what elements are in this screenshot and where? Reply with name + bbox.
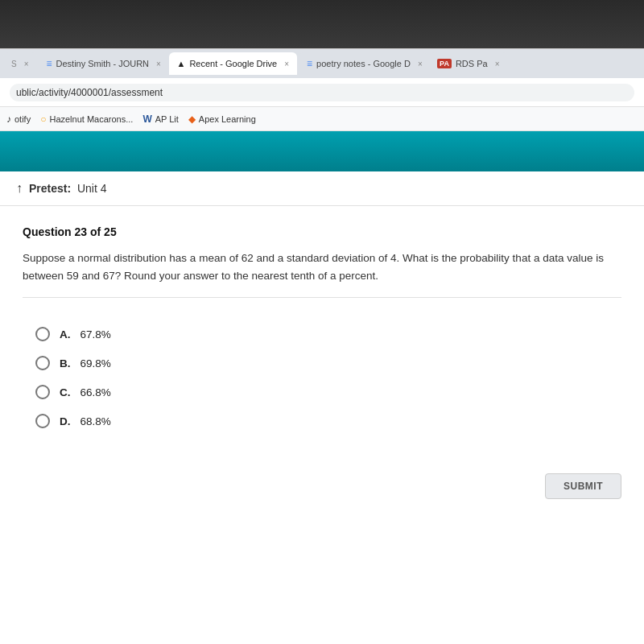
address-bar: [0, 78, 644, 107]
tab-drive-close[interactable]: ×: [284, 60, 289, 68]
option-a-value: 67.8%: [80, 328, 111, 341]
submit-button[interactable]: SUBMIT: [545, 473, 621, 499]
pa-icon: PA: [437, 59, 452, 68]
docs-icon: ≡: [47, 58, 52, 69]
tab-destiny[interactable]: ≡ Destiny Smith - JOURN ×: [39, 52, 167, 75]
address-input[interactable]: [10, 84, 634, 101]
bookmark-apex[interactable]: ◆ Apex Learning: [188, 114, 256, 125]
bookmark-hazelnut[interactable]: ○ Hazelnut Macarons...: [40, 114, 133, 125]
option-d[interactable]: D. 68.8%: [35, 414, 609, 428]
s-tab-icon: S: [11, 60, 17, 68]
tab-destiny-close[interactable]: ×: [156, 60, 161, 68]
tab-poetry[interactable]: ≡ poetry notes - Google D ×: [299, 52, 427, 75]
option-a-radio[interactable]: [35, 327, 50, 341]
apex-icon: ◆: [188, 114, 196, 125]
pretest-back-arrow[interactable]: ↑: [16, 181, 23, 196]
music-icon: ♪: [6, 114, 11, 125]
tab-drive-label: Recent - Google Drive: [189, 59, 277, 68]
option-c-radio[interactable]: [35, 385, 50, 399]
tab-rds-close[interactable]: ×: [495, 60, 500, 68]
pretest-title: Pretest: Unit 4: [29, 182, 107, 195]
bookmark-hazelnut-label: Hazelnut Macarons...: [49, 114, 133, 124]
option-b-radio[interactable]: [35, 356, 50, 370]
tab-rds-label: RDS Pa: [456, 59, 488, 68]
pretest-unit: Unit 4: [77, 182, 107, 195]
browser-chrome: S × ≡ Destiny Smith - JOURN × ▲ Recent -…: [0, 48, 644, 131]
tab-s[interactable]: S ×: [3, 52, 37, 75]
w-icon: W: [142, 114, 151, 125]
option-b-letter: B.: [60, 357, 71, 369]
option-b-value: 69.8%: [80, 357, 111, 369]
drive-icon: ▲: [177, 59, 186, 68]
option-c-letter: C.: [60, 386, 71, 398]
bookmark-ap-lit[interactable]: W AP Lit: [142, 114, 178, 125]
bookmark-otify[interactable]: ♪ otify: [6, 114, 31, 125]
tab-poetry-close[interactable]: ×: [418, 60, 423, 68]
question-number: Question 23 of 25: [23, 225, 621, 238]
options-list: A. 67.8% B. 69.8% C. 66.8% D. 68.8%: [23, 317, 621, 438]
submit-row: SUBMIT: [0, 457, 644, 515]
tab-drive[interactable]: ▲ Recent - Google Drive ×: [169, 52, 298, 75]
question-text: Suppose a normal distribution has a mean…: [23, 250, 621, 298]
option-c[interactable]: C. 66.8%: [35, 385, 609, 399]
poetry-docs-icon: ≡: [307, 58, 312, 69]
option-b[interactable]: B. 69.8%: [35, 356, 609, 370]
option-d-letter: D.: [60, 415, 71, 427]
option-a[interactable]: A. 67.8%: [35, 327, 609, 341]
content-area: ↑ Pretest: Unit 4 Question 23 of 25 Supp…: [0, 171, 644, 644]
option-c-value: 66.8%: [80, 386, 111, 398]
bookmark-ap-lit-label: AP Lit: [155, 114, 179, 124]
bookmarks-bar: ♪ otify ○ Hazelnut Macarons... W AP Lit …: [0, 107, 644, 131]
bookmark-otify-label: otify: [14, 114, 31, 124]
option-d-value: 68.8%: [80, 415, 111, 427]
option-d-radio[interactable]: [35, 414, 50, 428]
tab-destiny-label: Destiny Smith - JOURN: [56, 59, 150, 68]
tab-s-close[interactable]: ×: [24, 60, 29, 68]
apex-header-bar: [0, 131, 644, 171]
tab-rds[interactable]: PA RDS Pa ×: [429, 52, 507, 75]
tab-poetry-label: poetry notes - Google D: [316, 59, 411, 68]
tab-bar: S × ≡ Destiny Smith - JOURN × ▲ Recent -…: [0, 49, 644, 78]
pretest-label: Pretest:: [29, 182, 71, 195]
option-a-letter: A.: [60, 328, 71, 341]
hazelnut-icon: ○: [40, 114, 46, 125]
bookmark-apex-label: Apex Learning: [199, 114, 256, 124]
pretest-header: ↑ Pretest: Unit 4: [0, 171, 644, 206]
question-area: Question 23 of 25 Suppose a normal distr…: [0, 206, 644, 457]
background-top: [0, 0, 644, 48]
